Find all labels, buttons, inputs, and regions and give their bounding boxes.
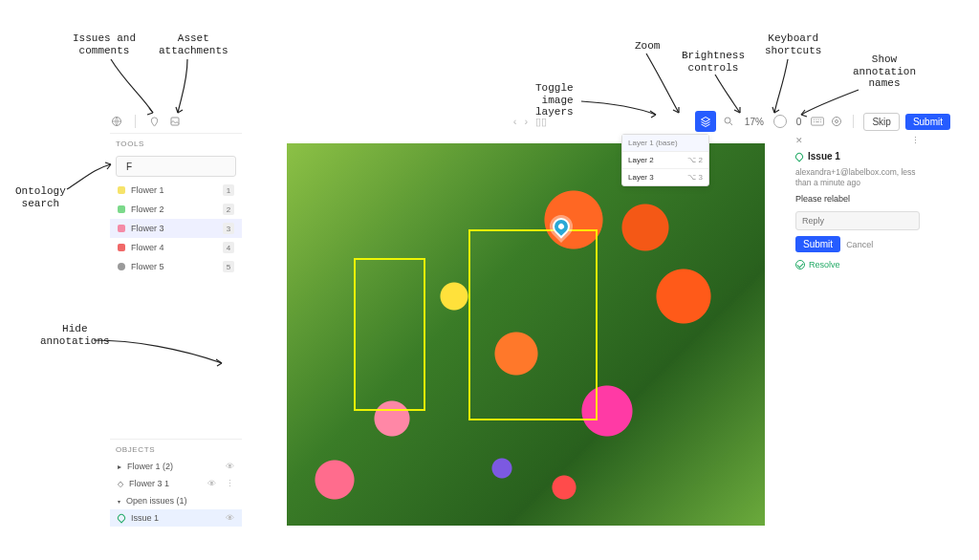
- tool-list: Flower 11 Flower 22 Flower 33 Flower 44 …: [110, 181, 242, 276]
- object-flower-1[interactable]: ▸Flower 1 (2)👁: [110, 458, 242, 475]
- tool-item-flower-3[interactable]: Flower 33: [110, 219, 242, 238]
- svg-point-2: [725, 118, 730, 123]
- globe-icon[interactable]: [110, 115, 123, 128]
- callout-zoom: Zoom: [635, 40, 660, 53]
- issue-title: Issue 1: [808, 151, 840, 162]
- callout-brightness: Brightness controls: [682, 50, 745, 74]
- eye-icon[interactable]: 👁: [226, 513, 234, 523]
- object-issue-1[interactable]: Issue 1👁: [110, 509, 242, 527]
- layer-3[interactable]: Layer 3⌥ 3: [622, 169, 708, 185]
- svg-point-5: [836, 120, 838, 123]
- callout-issues-comments: Issues and comments: [73, 32, 136, 56]
- layer-2[interactable]: Layer 2⌥ 2: [622, 152, 708, 169]
- bbox-flower-1-b[interactable]: [468, 229, 598, 420]
- objects-list: ▸Flower 1 (2)👁 ◇Flower 3 1👁⋮ ▾Open issue…: [110, 458, 242, 527]
- tool-item-flower-2[interactable]: Flower 22: [110, 200, 242, 219]
- more-icon[interactable]: ⋮: [911, 136, 920, 145]
- issue-cancel-button[interactable]: Cancel: [846, 240, 873, 249]
- reply-input[interactable]: [795, 211, 920, 230]
- brightness-icon[interactable]: [773, 115, 787, 128]
- objects-title: OBJECTS: [110, 440, 242, 458]
- issue-message: Please relabel: [795, 194, 920, 204]
- object-flower-3-1[interactable]: ◇Flower 3 1👁⋮: [110, 475, 242, 492]
- zoom-value: 17%: [741, 117, 768, 127]
- keyboard-icon[interactable]: [811, 115, 824, 128]
- check-icon: [795, 260, 805, 269]
- image-canvas[interactable]: [287, 143, 765, 526]
- attachment-icon[interactable]: [168, 115, 182, 128]
- tool-item-flower-1[interactable]: Flower 11: [110, 181, 242, 200]
- nav-controls: ‹ › ▯▯: [513, 116, 547, 128]
- eye-icon[interactable]: 👁: [207, 479, 216, 488]
- prev-button[interactable]: ‹: [513, 116, 517, 127]
- close-icon[interactable]: ✕: [795, 136, 803, 145]
- issue-pin-icon: [116, 512, 126, 523]
- bbox-flower-1-a[interactable]: [354, 258, 425, 411]
- callout-hide-annotations: Hide annotations: [40, 323, 110, 347]
- layer-popover: Layer 1 (base) Layer 2⌥ 2 Layer 3⌥ 3: [621, 134, 709, 186]
- zoom-icon[interactable]: [722, 115, 735, 128]
- layers-toggle-button[interactable]: [695, 111, 716, 132]
- tool-item-flower-4[interactable]: Flower 44: [110, 238, 242, 257]
- issue-pin-icon: [794, 151, 804, 162]
- search-input[interactable]: [126, 162, 248, 172]
- eye-icon[interactable]: 👁: [226, 462, 234, 471]
- layer-base[interactable]: Layer 1 (base): [622, 135, 708, 152]
- svg-rect-3: [812, 118, 824, 125]
- issue-meta: alexandra+1@labelbox.com, less than a mi…: [795, 167, 920, 188]
- brightness-value: 0: [793, 117, 806, 127]
- resolve-button[interactable]: Resolve: [795, 260, 920, 269]
- skip-button[interactable]: Skip: [863, 113, 899, 131]
- submit-button[interactable]: Submit: [905, 114, 950, 130]
- svg-point-4: [833, 118, 841, 126]
- callout-keyboard: Keyboard shortcuts: [765, 32, 821, 56]
- issue-pin-icon[interactable]: [147, 115, 161, 128]
- object-open-issues[interactable]: ▾Open issues (1): [110, 492, 242, 509]
- issue-panel: ✕ ⋮ Issue 1 alexandra+1@labelbox.com, le…: [795, 136, 920, 269]
- grid-button[interactable]: ▯▯: [535, 116, 547, 128]
- callout-asset-attachments: Asset attachments: [159, 32, 228, 56]
- topbar: ‹ › ▯▯ 17% 0 Skip Submit: [110, 110, 950, 133]
- tool-item-flower-5[interactable]: Flower 55: [110, 257, 242, 276]
- annotation-names-icon[interactable]: [830, 115, 843, 128]
- callout-ontology-search: Ontology search: [15, 185, 66, 209]
- next-button[interactable]: ›: [525, 116, 529, 127]
- sidebar: TOOLS Flower 11 Flower 22 Flower 33 Flow…: [110, 133, 242, 536]
- issue-submit-button[interactable]: Submit: [795, 236, 840, 252]
- tools-title: TOOLS: [110, 134, 242, 152]
- search-input-wrap[interactable]: [116, 156, 236, 177]
- callout-show-names: Show annotation names: [853, 54, 916, 90]
